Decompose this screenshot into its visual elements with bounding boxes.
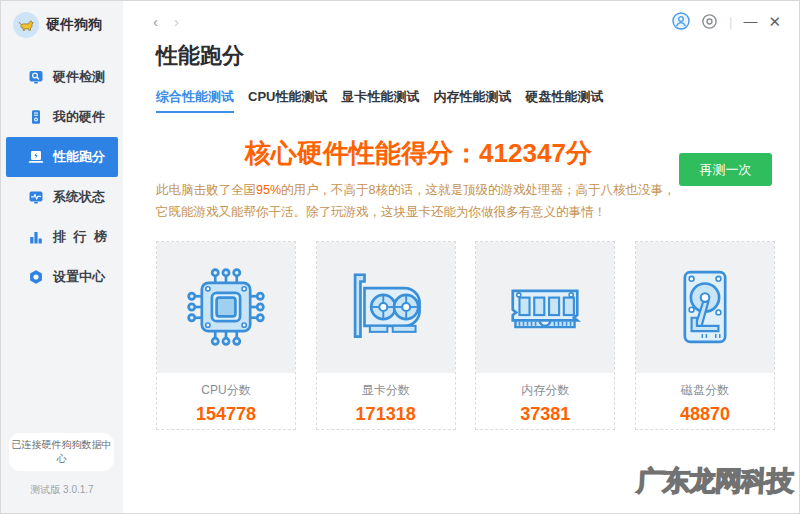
card-label: CPU分数 (157, 382, 295, 399)
disk-score-card: 磁盘分数 48870 (635, 241, 775, 430)
sidebar-menu: 硬件检测 我的硬件 (1, 57, 123, 297)
window-controls: | — ✕ (672, 12, 781, 30)
retest-button[interactable]: 再测一次 (679, 153, 772, 186)
tab-bar: 综合性能测试 CPU性能测试 显卡性能测试 内存性能测试 硬盘性能测试 (156, 88, 775, 113)
sidebar-item-ranking[interactable]: 排 行 榜 (6, 217, 118, 257)
connection-status-pill[interactable]: 已连接硬件狗狗数据中心 (9, 433, 114, 471)
tab-cpu[interactable]: CPU性能测试 (248, 88, 327, 113)
page-title: 性能跑分 (156, 41, 775, 71)
sidebar-item-settings[interactable]: 设置中心 (6, 257, 118, 297)
user-avatar-icon[interactable] (672, 12, 690, 30)
back-icon[interactable]: ‹ (153, 13, 158, 30)
forward-icon[interactable]: › (174, 13, 179, 30)
tab-disk[interactable]: 硬盘性能测试 (525, 88, 603, 113)
topbar: ‹ › | — ✕ (123, 1, 799, 35)
app-logo: 硬件狗狗 (1, 1, 123, 38)
close-button[interactable]: ✕ (768, 14, 781, 29)
score-section: 核心硬件性能得分：412347分 此电脑击败了全国95%的用户，不高于8核的话，… (156, 136, 775, 224)
sidebar-item-label: 我的硬件 (53, 108, 105, 126)
nav-arrows: ‹ › (153, 13, 179, 30)
gpu-icon (317, 242, 455, 373)
sidebar-item-label: 硬件检测 (53, 68, 105, 86)
ram-score-card: 内存分数 37381 (475, 241, 615, 430)
cpu-score-value: 154778 (157, 404, 295, 425)
sidebar-item-label: 排 行 榜 (53, 228, 109, 246)
settings-icon (28, 269, 44, 285)
app-version: 测试版 3.0.1.7 (1, 483, 123, 497)
description-text: 此电脑击败了全国 (156, 183, 256, 197)
cpu-score-card: CPU分数 154778 (156, 241, 296, 430)
card-label: 内存分数 (476, 382, 614, 399)
app-window: 硬件狗狗 硬件检测 (0, 0, 800, 514)
score-cards: CPU分数 154778 (156, 241, 775, 430)
my-hardware-icon (28, 109, 44, 125)
sidebar-item-label: 设置中心 (53, 268, 105, 286)
ram-score-value: 37381 (476, 404, 614, 425)
sidebar-item-benchmark[interactable]: 性能跑分 (6, 137, 118, 177)
sidebar-item-label: 性能跑分 (53, 148, 105, 166)
tab-comprehensive[interactable]: 综合性能测试 (156, 88, 234, 113)
minimize-button[interactable]: — (743, 14, 757, 28)
total-score-headline: 核心硬件性能得分：412347分 (156, 136, 681, 171)
content: 性能跑分 综合性能测试 CPU性能测试 显卡性能测试 内存性能测试 硬盘性能测试… (123, 35, 799, 513)
app-name: 硬件狗狗 (46, 16, 102, 34)
gpu-score-card: 显卡分数 171318 (316, 241, 456, 430)
cpu-icon (157, 242, 295, 373)
sidebar: 硬件狗狗 硬件检测 (1, 1, 123, 513)
hdd-icon (636, 242, 774, 373)
ranking-icon (28, 229, 44, 245)
main-area: ‹ › | — ✕ (123, 1, 799, 513)
score-description: 此电脑击败了全国95%的用户，不高于8核的话，这就是顶级的游戏处理器；高于八核也… (156, 180, 681, 224)
percent-highlight: 95% (256, 183, 281, 197)
card-label: 显卡分数 (317, 382, 455, 399)
system-status-icon (28, 189, 44, 205)
card-label: 磁盘分数 (636, 382, 774, 399)
sidebar-item-hardware-detect[interactable]: 硬件检测 (6, 57, 118, 97)
ram-icon (476, 242, 614, 373)
sidebar-item-system-status[interactable]: 系统状态 (6, 177, 118, 217)
benchmark-icon (28, 149, 44, 165)
disk-score-value: 48870 (636, 404, 774, 425)
tab-memory[interactable]: 内存性能测试 (433, 88, 511, 113)
controls-divider: | (729, 14, 732, 29)
sidebar-item-label: 系统状态 (53, 188, 105, 206)
sidebar-item-my-hardware[interactable]: 我的硬件 (6, 97, 118, 137)
detect-icon (28, 69, 44, 85)
tab-gpu[interactable]: 显卡性能测试 (341, 88, 419, 113)
gear-icon[interactable] (701, 13, 718, 30)
dog-logo-icon (13, 12, 39, 38)
gpu-score-value: 171318 (317, 404, 455, 425)
